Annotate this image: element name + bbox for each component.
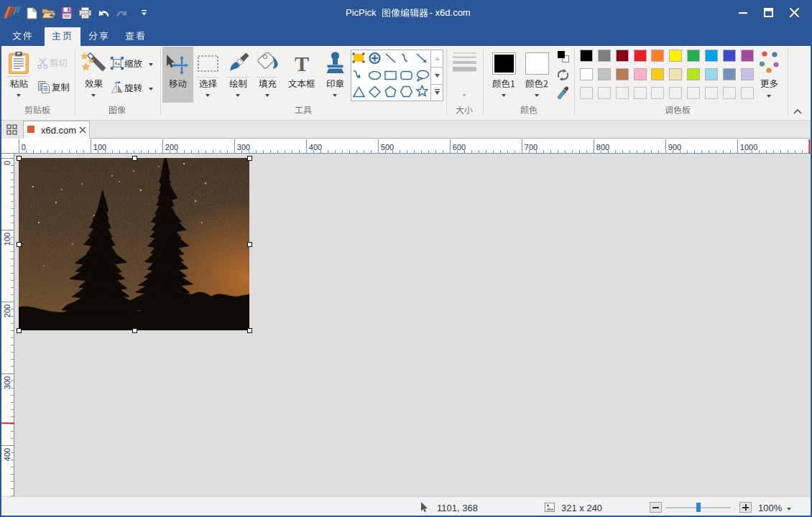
svg-text:100: 100 — [93, 143, 106, 152]
svg-text:600: 600 — [453, 143, 466, 152]
svg-text:400: 400 — [3, 448, 11, 461]
svg-text:300: 300 — [3, 376, 11, 389]
svg-text:300: 300 — [237, 143, 250, 152]
svg-text:200: 200 — [3, 304, 11, 317]
svg-text:700: 700 — [525, 143, 538, 152]
svg-text:1000: 1000 — [740, 143, 757, 152]
svg-text:400: 400 — [309, 143, 322, 152]
svg-text:100: 100 — [3, 233, 11, 246]
svg-text:500: 500 — [381, 143, 394, 152]
svg-text:0: 0 — [3, 161, 11, 165]
svg-text:200: 200 — [165, 143, 178, 152]
svg-text:900: 900 — [668, 143, 681, 152]
svg-text:0: 0 — [22, 143, 26, 152]
svg-text:800: 800 — [596, 143, 609, 152]
